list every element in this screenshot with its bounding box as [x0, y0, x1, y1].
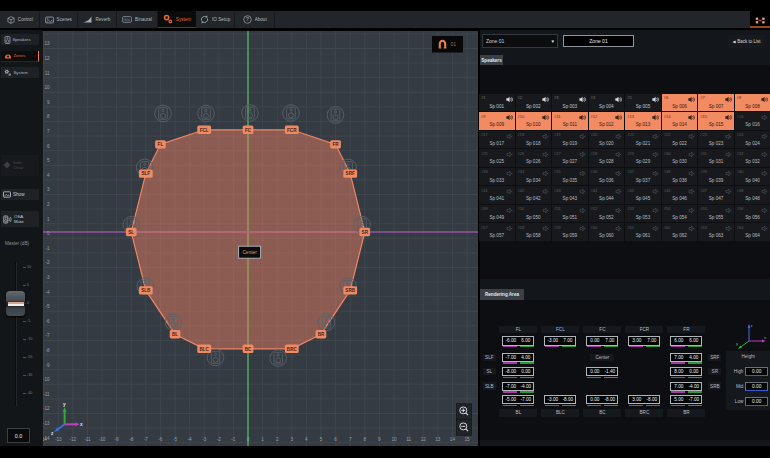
svg-text:7: 7 — [349, 437, 352, 442]
svg-text:y: y — [63, 402, 66, 407]
svg-text:FR: FR — [333, 142, 340, 147]
svg-text:BRC: BRC — [287, 347, 298, 352]
svg-text:15: 15 — [464, 437, 470, 442]
svg-text:-2: -2 — [45, 260, 50, 265]
svg-text:SRB: SRB — [345, 288, 355, 293]
svg-text:-5: -5 — [45, 304, 50, 309]
svg-text:-10: -10 — [43, 377, 50, 382]
svg-text:-3: -3 — [202, 437, 207, 442]
svg-text:-1: -1 — [231, 437, 236, 442]
svg-text:-1: -1 — [45, 246, 50, 251]
svg-text:-9: -9 — [45, 363, 50, 368]
svg-text:-4: -4 — [45, 290, 50, 295]
svg-text:-8: -8 — [45, 348, 50, 353]
svg-text:9: 9 — [378, 437, 381, 442]
svg-text:-6: -6 — [158, 437, 163, 442]
svg-text:-11: -11 — [84, 437, 91, 442]
svg-text:-13: -13 — [43, 421, 50, 426]
svg-text:b/a: b/a — [124, 18, 130, 22]
svg-text:-14: -14 — [43, 437, 47, 442]
svg-text:1: 1 — [261, 437, 264, 442]
svg-text:4: 4 — [305, 437, 308, 442]
svg-text:BC: BC — [245, 347, 252, 352]
svg-text:5: 5 — [320, 437, 323, 442]
svg-text:2: 2 — [276, 437, 279, 442]
svg-text:z: z — [751, 323, 753, 328]
svg-text:FCL: FCL — [200, 128, 209, 133]
svg-text:2: 2 — [47, 202, 50, 207]
svg-text:BL: BL — [172, 332, 178, 337]
svg-text:-12: -12 — [69, 437, 76, 442]
svg-text:9: 9 — [47, 100, 50, 105]
svg-text:6: 6 — [47, 144, 50, 149]
svg-text:-8: -8 — [129, 437, 134, 442]
svg-text:Center: Center — [242, 250, 257, 255]
svg-text:12: 12 — [421, 437, 427, 442]
svg-text:8: 8 — [364, 437, 367, 442]
svg-text:6: 6 — [334, 437, 337, 442]
svg-text:x: x — [764, 335, 767, 340]
svg-text:-10: -10 — [99, 437, 106, 442]
svg-text:-9: -9 — [115, 437, 120, 442]
svg-text:10: 10 — [391, 437, 397, 442]
svg-text:-7: -7 — [144, 437, 149, 442]
svg-text:4: 4 — [47, 173, 50, 178]
svg-text:0: 0 — [47, 231, 50, 236]
svg-text:1: 1 — [47, 217, 50, 222]
svg-text:11: 11 — [406, 437, 411, 442]
svg-text:y: y — [736, 341, 739, 346]
svg-text:3: 3 — [47, 187, 50, 192]
svg-text:SLF: SLF — [141, 171, 150, 176]
svg-text:FC: FC — [245, 128, 252, 133]
svg-text:FCR: FCR — [287, 128, 297, 133]
svg-text:-4: -4 — [188, 437, 193, 442]
svg-text:SL: SL — [128, 230, 134, 235]
svg-text:BR: BR — [318, 332, 325, 337]
svg-text:12: 12 — [44, 56, 50, 61]
svg-text:7: 7 — [47, 129, 50, 134]
svg-text:-13: -13 — [55, 437, 62, 442]
svg-text:01: 01 — [451, 41, 457, 47]
svg-text:11: 11 — [45, 71, 50, 76]
svg-text:-12: -12 — [43, 406, 50, 411]
svg-text:13: 13 — [44, 41, 50, 46]
svg-text:-11: -11 — [43, 392, 50, 397]
svg-text:SLB: SLB — [141, 288, 151, 293]
svg-text:10: 10 — [44, 85, 50, 90]
svg-text:FL: FL — [158, 142, 164, 147]
svg-text:-7: -7 — [45, 333, 50, 338]
svg-text:13: 13 — [435, 437, 441, 442]
svg-text:-5: -5 — [173, 437, 178, 442]
svg-text:SRF: SRF — [346, 171, 355, 176]
svg-text:0: 0 — [247, 437, 250, 442]
svg-text:14: 14 — [450, 437, 456, 442]
svg-text:3: 3 — [291, 437, 294, 442]
svg-text:-2: -2 — [217, 437, 222, 442]
svg-text:x: x — [80, 422, 83, 427]
svg-text:5: 5 — [47, 158, 50, 163]
svg-text:?: ? — [246, 16, 249, 22]
svg-text:SR: SR — [362, 230, 369, 235]
svg-text:BLC: BLC — [199, 347, 209, 352]
svg-text:-3: -3 — [45, 275, 50, 280]
svg-text:8: 8 — [47, 114, 50, 119]
svg-text:-6: -6 — [45, 319, 50, 324]
